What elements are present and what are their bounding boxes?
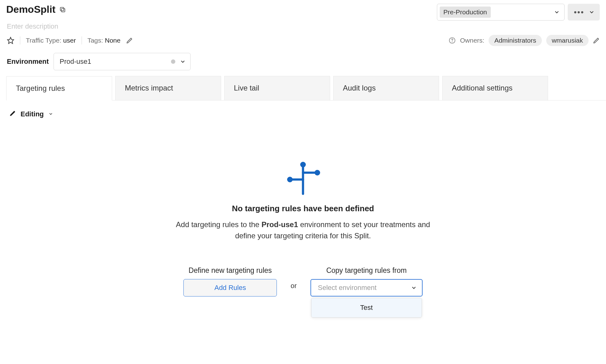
ellipsis-icon: ••• — [574, 8, 584, 16]
chevron-down-icon — [180, 58, 186, 65]
chevron-down-icon — [589, 9, 595, 15]
owners-label: Owners: — [460, 37, 484, 44]
pencil-icon — [9, 110, 16, 119]
pencil-icon[interactable] — [593, 37, 600, 44]
environment-dropdown-menu: Test — [311, 298, 422, 318]
dropdown-item-test[interactable]: Test — [311, 298, 422, 317]
tab-live-tail[interactable]: Live tail — [224, 76, 330, 100]
more-actions-button[interactable]: ••• — [568, 4, 600, 21]
owner-chip[interactable]: Administrators — [489, 35, 542, 46]
empty-state-subtitle: Add targeting rules to the Prod-use1 env… — [175, 219, 431, 241]
divider — [20, 36, 20, 44]
traffic-type: Traffic Type: user — [26, 37, 76, 44]
define-rules-label: Define new targeting rules — [183, 266, 277, 275]
environment-selected: Prod-use1 — [59, 58, 91, 66]
tags: Tags: None — [88, 37, 121, 44]
top-environment-badge: Pre-Production — [440, 7, 491, 18]
svg-rect-0 — [62, 8, 65, 12]
chevron-down-icon — [554, 9, 560, 15]
svg-rect-1 — [60, 7, 64, 11]
environment-dropdown[interactable]: Prod-use1 — [54, 53, 191, 70]
divider — [82, 36, 82, 44]
copy-icon[interactable] — [59, 6, 66, 13]
tab-targeting-rules[interactable]: Targeting rules — [6, 76, 112, 100]
tab-audit-logs[interactable]: Audit logs — [333, 76, 439, 100]
status-dot-icon — [171, 59, 175, 64]
tab-metrics-impact[interactable]: Metrics impact — [115, 76, 221, 100]
or-separator: or — [291, 282, 297, 290]
editing-mode-selector[interactable]: Editing — [0, 100, 606, 119]
page-title: DemoSplit — [6, 4, 55, 15]
top-environment-selector[interactable]: Pre-Production — [437, 4, 565, 21]
chevron-down-icon — [411, 285, 417, 291]
select-environment-dropdown[interactable]: Select environment Test — [310, 279, 423, 296]
tabs: Targeting rules Metrics impact Live tail… — [6, 76, 606, 100]
help-icon[interactable] — [449, 37, 456, 44]
add-rules-button[interactable]: Add Rules — [183, 279, 277, 296]
description-input[interactable]: Enter description — [0, 21, 606, 34]
copy-rules-label: Copy targeting rules from — [310, 266, 423, 275]
tab-additional-settings[interactable]: Additional settings — [442, 76, 548, 100]
pencil-icon[interactable] — [126, 37, 133, 44]
star-icon[interactable] — [7, 37, 14, 44]
environment-label: Environment — [7, 58, 49, 66]
empty-state-title: No targeting rules have been defined — [232, 204, 374, 213]
svg-point-4 — [452, 42, 452, 42]
owner-chip[interactable]: wmarusiak — [546, 35, 589, 46]
branch-icon — [284, 159, 322, 196]
select-environment-placeholder: Select environment — [318, 284, 376, 292]
svg-marker-2 — [7, 37, 14, 44]
chevron-down-icon — [48, 110, 53, 118]
editing-label: Editing — [21, 110, 44, 118]
